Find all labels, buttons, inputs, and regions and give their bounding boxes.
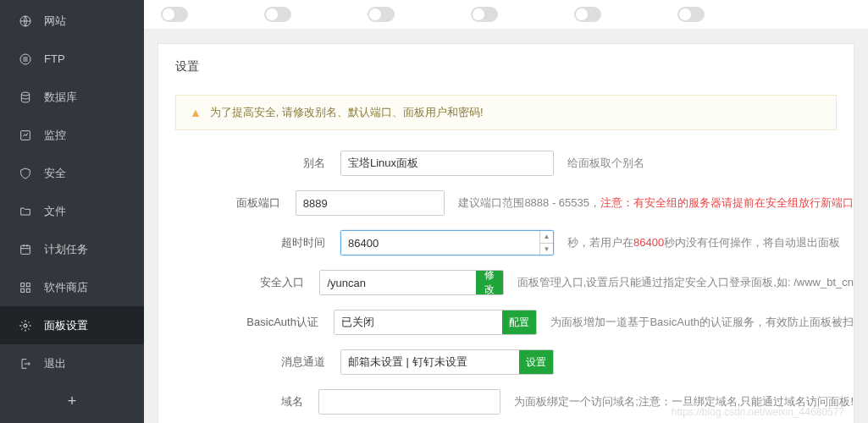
sidebar-item-label: 软件商店 bbox=[44, 280, 88, 295]
calendar-icon bbox=[19, 243, 32, 256]
alert-text: 为了提高安全, 请修改别名、默认端口、面板用户和密码! bbox=[210, 105, 484, 120]
help-alias: 给面板取个别名 bbox=[567, 156, 644, 171]
toggle-2[interactable] bbox=[264, 7, 291, 22]
database-icon bbox=[19, 91, 32, 104]
globe-icon bbox=[19, 14, 32, 28]
sidebar-item-label: 计划任务 bbox=[44, 242, 88, 257]
sidebar-item-label: FTP bbox=[44, 52, 65, 65]
input-domain[interactable] bbox=[319, 390, 500, 414]
svg-rect-8 bbox=[26, 288, 30, 292]
input-alias[interactable] bbox=[341, 151, 553, 175]
toggle-1[interactable] bbox=[161, 7, 188, 22]
sidebar-item-monitor[interactable]: 监控 bbox=[0, 116, 144, 154]
help-entry: 面板管理入口,设置后只能通过指定安全入口登录面板,如: /www_bt_cn bbox=[517, 275, 854, 290]
chart-icon bbox=[19, 129, 32, 142]
help-port: 建议端口范围8888 - 65535，注意：有安全组的服务器请提前在安全组放行新… bbox=[458, 195, 854, 211]
row-timeout: 超时时间 ▲▼ 秒，若用户在86400秒内没有任何操作，将自动退出面板 bbox=[158, 230, 854, 255]
number-spinner[interactable]: ▲▼ bbox=[539, 231, 553, 255]
toggle-3[interactable] bbox=[368, 7, 395, 22]
svg-rect-5 bbox=[21, 283, 25, 286]
row-entry: 安全入口 修改 面板管理入口,设置后只能通过指定安全入口登录面板,如: /www… bbox=[158, 270, 854, 295]
logout-icon bbox=[19, 357, 32, 371]
sidebar-add-button[interactable]: + bbox=[0, 382, 144, 420]
sidebar-item-label: 监控 bbox=[44, 128, 66, 143]
label-domain: 域名 bbox=[175, 394, 318, 409]
label-entry: 安全入口 bbox=[175, 275, 319, 290]
label-basicauth: BasicAuth认证 bbox=[175, 315, 334, 330]
input-msg[interactable] bbox=[341, 350, 519, 374]
settings-panel: 设置 ▲ 为了提高安全, 请修改别名、默认端口、面板用户和密码! 别名 给面板取… bbox=[158, 43, 854, 423]
input-timeout[interactable] bbox=[341, 231, 539, 255]
label-timeout: 超时时间 bbox=[175, 235, 340, 250]
label-port: 面板端口 bbox=[175, 195, 296, 211]
label-alias: 别名 bbox=[175, 156, 340, 171]
top-toggle-strip bbox=[144, 0, 868, 30]
row-port: 面板端口 修改 建议端口范围8888 - 65535，注意：有安全组的服务器请提… bbox=[158, 190, 854, 216]
sidebar-item-files[interactable]: 文件 bbox=[0, 192, 144, 230]
sidebar-item-security[interactable]: 安全 bbox=[0, 154, 144, 192]
sidebar-item-label: 数据库 bbox=[44, 90, 77, 105]
sidebar-item-settings[interactable]: 面板设置 bbox=[0, 306, 144, 344]
grid-icon bbox=[19, 281, 32, 294]
svg-rect-6 bbox=[26, 283, 30, 286]
row-basicauth: BasicAuth认证 配置 为面板增加一道基于BasicAuth的认证服务，有… bbox=[158, 310, 854, 335]
shield-icon bbox=[19, 167, 32, 180]
spinner-up-icon[interactable]: ▲ bbox=[540, 231, 553, 244]
folder-icon bbox=[19, 205, 32, 218]
warning-icon: ▲ bbox=[190, 106, 202, 119]
set-msg-button[interactable]: 设置 bbox=[519, 350, 553, 374]
modify-entry-button[interactable]: 修改 bbox=[476, 271, 502, 294]
sidebar-item-label: 文件 bbox=[44, 204, 66, 219]
sidebar-item-label: 面板设置 bbox=[44, 318, 88, 333]
help-timeout: 秒，若用户在86400秒内没有任何操作，将自动退出面板 bbox=[567, 235, 840, 250]
svg-rect-4 bbox=[21, 245, 30, 254]
sidebar-item-software[interactable]: 软件商店 bbox=[0, 268, 144, 306]
input-basicauth[interactable] bbox=[334, 310, 503, 334]
toggle-6[interactable] bbox=[677, 7, 705, 22]
configure-basicauth-button[interactable]: 配置 bbox=[502, 310, 536, 334]
sidebar-item-logout[interactable]: 退出 bbox=[0, 344, 144, 382]
sidebar-item-cron[interactable]: 计划任务 bbox=[0, 230, 144, 268]
input-entry[interactable] bbox=[320, 271, 476, 294]
input-port[interactable] bbox=[296, 191, 445, 215]
svg-point-9 bbox=[24, 324, 27, 327]
ftp-icon bbox=[19, 52, 32, 66]
toggle-4[interactable] bbox=[471, 7, 498, 22]
watermark-text: https://blog.csdn.net/weixin_44680577 bbox=[672, 406, 844, 418]
spinner-down-icon[interactable]: ▼ bbox=[540, 244, 553, 255]
sidebar-item-label: 退出 bbox=[44, 356, 66, 371]
sidebar-item-database[interactable]: 数据库 bbox=[0, 78, 144, 116]
sidebar-item-website[interactable]: 网站 bbox=[0, 2, 144, 40]
svg-rect-7 bbox=[21, 288, 25, 292]
svg-point-2 bbox=[21, 92, 29, 96]
sidebar: 网站 FTP 数据库 监控 安全 文件 计划任务 软件商店 bbox=[0, 0, 144, 423]
sidebar-item-ftp[interactable]: FTP bbox=[0, 40, 144, 78]
toggle-5[interactable] bbox=[574, 7, 601, 22]
label-msg: 消息通道 bbox=[175, 354, 340, 370]
help-basicauth: 为面板增加一道基于BasicAuth的认证服务，有效防止面板被扫 bbox=[550, 315, 854, 330]
sidebar-item-label: 安全 bbox=[44, 166, 66, 181]
gear-icon bbox=[19, 319, 32, 332]
row-msg: 消息通道 设置 bbox=[158, 349, 854, 375]
panel-title: 设置 bbox=[158, 44, 854, 86]
row-alias: 别名 给面板取个别名 bbox=[158, 151, 854, 176]
security-alert: ▲ 为了提高安全, 请修改别名、默认端口、面板用户和密码! bbox=[175, 95, 837, 130]
sidebar-item-label: 网站 bbox=[44, 14, 66, 29]
